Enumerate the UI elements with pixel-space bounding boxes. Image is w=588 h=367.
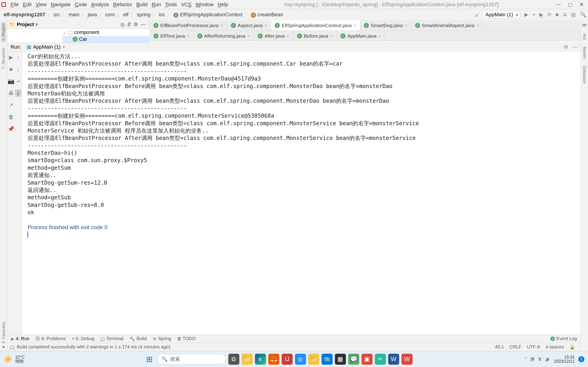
project-collapse-icon[interactable]: ⇵ [127,22,131,27]
tool-structure[interactable]: 7: Structure [1,46,6,70]
project-dropdown-icon[interactable]: ▾ [35,22,38,27]
rerun-icon[interactable]: ▶ [9,54,13,60]
crumb-module[interactable]: elf-myspring1207 [2,11,47,18]
wps-icon[interactable]: W [401,354,413,365]
project-hide-icon[interactable]: — [140,22,145,27]
chat-icon[interactable]: 💬 [348,354,359,365]
project-settings-icon[interactable]: ⚙ [133,22,138,27]
tree-component[interactable]: ⌄ ▢ component [62,29,149,36]
browser2-icon[interactable]: ◎ [295,354,306,365]
close-icon[interactable]: × [264,23,267,28]
close-icon[interactable]: × [405,23,407,28]
crumb-java[interactable]: java [86,11,99,18]
editor-tab[interactable]: cAfterReturning.java× [194,31,254,41]
debug-icon[interactable]: ⌖ [532,12,535,18]
folder2-icon[interactable]: 📂 [308,354,319,365]
tab-run[interactable]: ▶4: Run [11,336,29,342]
system-tray[interactable]: ˄ 拼 ⇅ 🔊 15:31 2023/12/11 2 [525,355,584,363]
encoding[interactable]: UTF-8 [524,344,543,350]
editor-tab[interactable]: cAfter.java× [254,31,293,41]
editor-tab[interactable]: cSmartAnimalAspect.java× [411,20,483,31]
menu-window[interactable]: Window [194,1,216,8]
menu-tools[interactable]: Tools [163,1,179,8]
editor-tab[interactable]: cBefore.java× [293,31,337,41]
expand-icon[interactable]: ⌄ [62,29,67,35]
wechat-icon[interactable]: ▦ [335,354,346,365]
tab-build[interactable]: 🔨Build [129,336,147,342]
pin-icon[interactable]: 📌 [8,126,15,132]
run-icon[interactable]: ▶ [524,12,528,18]
intellij-icon[interactable]: IJ [282,354,293,365]
start-button[interactable]: ⊞ [144,354,155,365]
menu-build[interactable]: Build [135,1,149,8]
tool-favorites[interactable]: ★ 2: Favorites [1,321,6,351]
run-config-selector[interactable]: AppMain (1) [482,11,520,18]
tree-car[interactable]: c Car [62,36,149,43]
status-icon[interactable]: ▢ [10,344,15,350]
menu-run[interactable]: Run [150,1,163,8]
close-icon[interactable]: × [247,33,250,39]
crumb-elf[interactable]: elf [121,11,130,18]
profile-icon[interactable]: ⟳ [547,12,552,18]
edge-icon[interactable]: e [255,354,266,365]
volume-icon[interactable]: 🔊 [545,357,550,362]
close-icon[interactable]: × [220,23,223,28]
menu-navigate[interactable]: Navigate [49,1,73,8]
tool-ant[interactable]: Ant [582,32,587,41]
tool-database[interactable]: Database [582,65,587,85]
tab-todo[interactable]: ≣TODO [177,336,196,342]
menu-refactor[interactable]: Refactor [111,1,134,8]
tab-terminal[interactable]: ▢Terminal [100,336,124,342]
close-icon[interactable]: × [378,33,381,39]
word-icon[interactable]: W [388,354,399,365]
capture-icon[interactable]: ✂ [375,354,386,365]
tab-problems[interactable]: ⓪6: Problems [35,336,66,342]
coverage-icon[interactable]: ▶̲ [539,12,543,18]
editor-tab[interactable]: cAppMain.java× [337,31,385,41]
crumb-method[interactable]: createBean [249,11,285,18]
editor-tab[interactable]: cElfTest.java× [150,31,194,41]
project-tree[interactable]: ⌄ ▢ component c Car [7,29,149,43]
caret-pos[interactable]: 45:1 [492,344,507,350]
menu-code[interactable]: Code [73,1,89,8]
tray-clock[interactable]: 15:31 2023/12/11 [554,355,575,363]
line-sep[interactable]: CRLF [507,344,524,350]
weather-icon[interactable]: ☀️ [4,355,12,363]
up-icon[interactable]: ↑ [17,54,19,60]
run-settings-icon[interactable]: ⚙ [564,44,568,50]
close-button[interactable]: ✕ [576,0,587,9]
stop-icon[interactable]: ■ [556,12,559,18]
video-icon[interactable]: ▣ [362,354,372,365]
taskbar-search[interactable]: 🔍 搜索 [157,354,226,364]
editor-tab[interactable]: cElfBeanPostProcessor.java× [150,20,227,31]
tab-debug[interactable]: ⌖5: Debug [72,336,95,341]
close-icon[interactable]: × [354,23,356,28]
crumb-class[interactable]: ElfSpringApplicationContext [172,11,244,18]
close-icon[interactable]: × [476,23,479,28]
stop-icon[interactable]: ■ [9,66,13,73]
close-icon[interactable]: × [187,33,190,39]
menu-file[interactable]: File [9,1,20,8]
scroll-end-icon[interactable]: ⤓ [15,90,21,97]
store-icon[interactable]: 🛍 [321,354,333,365]
close-icon[interactable]: × [286,33,289,39]
menu-vcs[interactable]: VCS [179,1,193,8]
menu-edit[interactable]: Edit [21,1,33,8]
lock-icon[interactable]: 🔒 [567,344,578,350]
tab-spring[interactable]: ❀Spring [153,336,171,342]
down-icon[interactable]: ↓ [17,66,19,73]
maximize-button[interactable]: ▢ [565,0,576,9]
menu-analyze[interactable]: Analyze [89,1,111,8]
editor-tab[interactable]: cElfSpringApplicationContext.java× [271,20,360,31]
menu-view[interactable]: View [34,1,48,8]
structure-icon[interactable]: ▤ [571,12,576,18]
close-icon[interactable]: × [330,33,333,39]
indent[interactable]: 4 spaces [543,344,567,350]
vcs-pull-icon[interactable]: ⇊ [563,12,567,18]
explorer-icon[interactable]: 📁 [242,354,253,365]
weather-widget[interactable]: 22°C 晴朗 [15,355,25,363]
notification-badge[interactable]: 2 [578,356,584,362]
crumb-com[interactable]: com [103,11,117,18]
screenshot-icon[interactable]: 📷 [8,78,15,84]
minimize-button[interactable]: — [553,0,564,9]
